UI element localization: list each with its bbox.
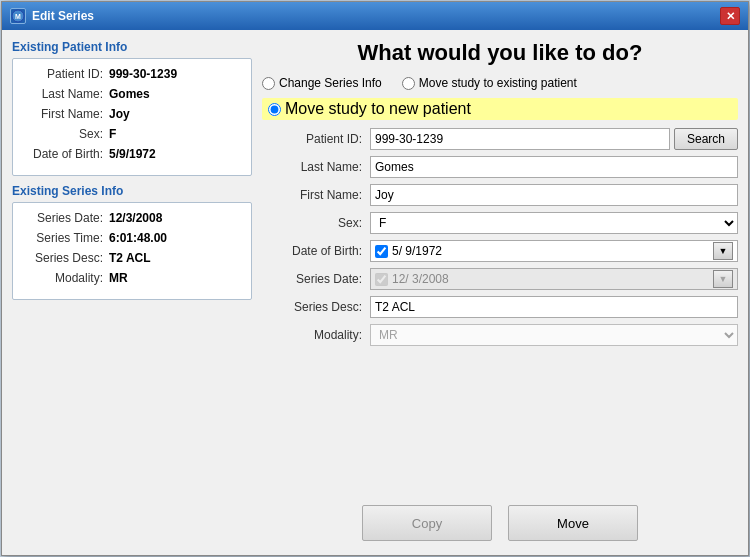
series-date-row: Series Date: 12/3/2008 xyxy=(23,211,241,225)
first-name-label: First Name: xyxy=(23,107,103,121)
form-last-name-label: Last Name: xyxy=(262,160,362,174)
dob-label: Date of Birth: xyxy=(23,147,103,161)
search-button[interactable]: Search xyxy=(674,128,738,150)
existing-series-box: Series Date: 12/3/2008 Series Time: 6:01… xyxy=(12,202,252,300)
radio-move-new-input[interactable] xyxy=(268,103,281,116)
sex-value: F xyxy=(109,127,116,141)
form-area: Patient ID: Search Last Name: First Name… xyxy=(262,128,738,495)
series-date-value: 12/3/2008 xyxy=(109,211,162,225)
svg-text:M: M xyxy=(15,13,21,20)
existing-patient-section: Existing Patient Info Patient ID: 999-30… xyxy=(12,40,252,176)
last-name-label: Last Name: xyxy=(23,87,103,101)
form-first-name-label: First Name: xyxy=(262,188,362,202)
series-time-label: Series Time: xyxy=(23,231,103,245)
dob-value: 5/9/1972 xyxy=(109,147,156,161)
patient-id-field[interactable] xyxy=(370,128,670,150)
app-icon: M xyxy=(10,8,26,24)
dob-row: Date of Birth: 5/9/1972 xyxy=(23,147,241,161)
existing-series-section: Existing Series Info Series Date: 12/3/2… xyxy=(12,184,252,300)
form-dob-label: Date of Birth: xyxy=(262,244,362,258)
close-button[interactable]: ✕ xyxy=(720,7,740,25)
form-series-date-label: Series Date: xyxy=(262,272,362,286)
radio-change-series-label: Change Series Info xyxy=(279,76,382,90)
series-date-value: 12/ 3/2008 xyxy=(392,272,709,286)
form-sex-label: Sex: xyxy=(262,216,362,230)
radio-move-existing-input[interactable] xyxy=(402,77,415,90)
series-desc-row: Series Desc: T2 ACL xyxy=(23,251,241,265)
sex-select[interactable]: F M xyxy=(370,212,738,234)
series-time-row: Series Time: 6:01:48.00 xyxy=(23,231,241,245)
existing-patient-box: Patient ID: 999-30-1239 Last Name: Gomes… xyxy=(12,58,252,176)
dob-checkbox[interactable] xyxy=(375,245,388,258)
patient-id-value: 999-30-1239 xyxy=(109,67,177,81)
series-date-checkbox[interactable] xyxy=(375,273,388,286)
sex-row: Sex: F xyxy=(23,127,241,141)
last-name-value: Gomes xyxy=(109,87,150,101)
form-dob-row: Date of Birth: 5/ 9/1972 ▼ xyxy=(262,240,738,262)
dob-field: 5/ 9/1972 ▼ xyxy=(370,240,738,262)
left-panel: Existing Patient Info Patient ID: 999-30… xyxy=(12,40,252,545)
title-bar-left: M Edit Series xyxy=(10,8,94,24)
series-desc-field[interactable] xyxy=(370,296,738,318)
patient-id-field-group: Search xyxy=(370,128,738,150)
radio-group: Change Series Info Move study to existin… xyxy=(262,76,738,90)
series-desc-value: T2 ACL xyxy=(109,251,151,265)
copy-button[interactable]: Copy xyxy=(362,505,492,541)
modality-row: Modality: MR xyxy=(23,271,241,285)
title-bar: M Edit Series ✕ xyxy=(2,2,748,30)
first-name-row: First Name: Joy xyxy=(23,107,241,121)
main-title: What would you like to do? xyxy=(262,40,738,66)
existing-patient-title: Existing Patient Info xyxy=(12,40,252,54)
form-series-desc-row: Series Desc: xyxy=(262,296,738,318)
form-first-name-row: First Name: xyxy=(262,184,738,206)
sex-label: Sex: xyxy=(23,127,103,141)
patient-id-row: Patient ID: 999-30-1239 xyxy=(23,67,241,81)
move-button[interactable]: Move xyxy=(508,505,638,541)
radio-move-existing[interactable]: Move study to existing patient xyxy=(402,76,577,90)
radio-change-series-input[interactable] xyxy=(262,77,275,90)
modality-value: MR xyxy=(109,271,128,285)
modality-select[interactable]: MR xyxy=(370,324,738,346)
series-date-field: 12/ 3/2008 ▼ xyxy=(370,268,738,290)
radio-change-series[interactable]: Change Series Info xyxy=(262,76,382,90)
last-name-row: Last Name: Gomes xyxy=(23,87,241,101)
dob-calendar-button[interactable]: ▼ xyxy=(713,242,733,260)
form-patient-id-label: Patient ID: xyxy=(262,132,362,146)
first-name-field[interactable] xyxy=(370,184,738,206)
existing-series-title: Existing Series Info xyxy=(12,184,252,198)
form-last-name-row: Last Name: xyxy=(262,156,738,178)
form-series-desc-label: Series Desc: xyxy=(262,300,362,314)
window-title: Edit Series xyxy=(32,9,94,23)
radio-move-new-row: Move study to new patient xyxy=(262,98,738,120)
series-desc-label: Series Desc: xyxy=(23,251,103,265)
dob-value: 5/ 9/1972 xyxy=(392,244,709,258)
content-area: Existing Patient Info Patient ID: 999-30… xyxy=(2,30,748,555)
modality-label: Modality: xyxy=(23,271,103,285)
series-date-calendar-button: ▼ xyxy=(713,270,733,288)
patient-id-label: Patient ID: xyxy=(23,67,103,81)
series-time-value: 6:01:48.00 xyxy=(109,231,167,245)
edit-series-window: M Edit Series ✕ Existing Patient Info Pa… xyxy=(1,1,749,556)
right-panel: What would you like to do? Change Series… xyxy=(262,40,738,545)
radio-move-new-label: Move study to new patient xyxy=(285,100,471,118)
form-series-date-row: Series Date: 12/ 3/2008 ▼ xyxy=(262,268,738,290)
radio-move-existing-label: Move study to existing patient xyxy=(419,76,577,90)
form-modality-label: Modality: xyxy=(262,328,362,342)
series-date-label: Series Date: xyxy=(23,211,103,225)
bottom-buttons: Copy Move xyxy=(262,505,738,545)
form-patient-id-row: Patient ID: Search xyxy=(262,128,738,150)
last-name-field[interactable] xyxy=(370,156,738,178)
form-modality-row: Modality: MR xyxy=(262,324,738,346)
radio-move-new[interactable]: Move study to new patient xyxy=(262,98,738,120)
first-name-value: Joy xyxy=(109,107,130,121)
form-sex-row: Sex: F M xyxy=(262,212,738,234)
